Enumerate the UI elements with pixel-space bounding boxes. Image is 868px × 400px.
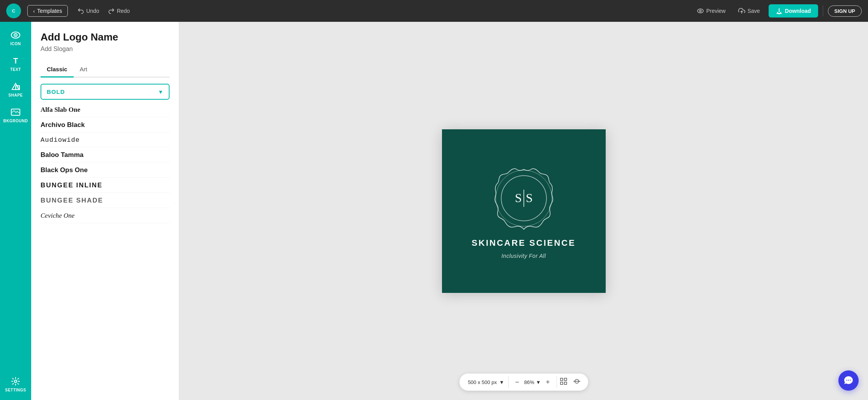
sidebar-item-bkground[interactable]: BKGROUND <box>2 103 29 127</box>
align-icon <box>573 378 580 385</box>
signup-label: SIGN UP <box>834 8 855 14</box>
sidebar-text-label: TEXT <box>10 67 21 72</box>
save-label: Save <box>748 8 760 14</box>
settings-sidebar-icon <box>10 376 21 387</box>
download-button[interactable]: Download <box>769 4 818 18</box>
align-button[interactable] <box>570 376 583 388</box>
undo-redo-actions: Undo Redo <box>74 5 133 17</box>
svg-rect-19 <box>564 378 567 381</box>
font-list: Alfa Slab One Archivo Black Audiowide Ba… <box>31 103 179 223</box>
font-item-bungee-inline[interactable]: BUNGEE INLINE <box>41 178 170 193</box>
shape-sidebar-icon <box>10 81 21 92</box>
sidebar-icon-label: ICON <box>11 42 21 46</box>
svg-text:S: S <box>515 191 522 205</box>
sidebar-item-icon[interactable]: ICON <box>2 26 29 50</box>
font-item-archivo-black[interactable]: Archivo Black <box>41 118 170 132</box>
templates-label: Templates <box>37 8 62 14</box>
panel: Add Logo Name Add Slogan Classic Art BOL… <box>31 22 179 400</box>
logo-canvas[interactable]: S S SKINCARE SCIENCE Inclusivity For All <box>442 129 606 293</box>
brand-name[interactable]: SKINCARE SCIENCE <box>472 238 576 248</box>
undo-button[interactable]: Undo <box>74 5 102 17</box>
undo-icon <box>77 7 84 14</box>
svg-point-26 <box>850 380 850 381</box>
cloud-upload-icon <box>738 7 745 14</box>
brand-slogan[interactable]: Inclusivity For All <box>501 253 546 259</box>
font-item-black-ops-one[interactable]: Black Ops One <box>41 163 170 178</box>
redo-icon <box>108 7 115 14</box>
panel-header: Add Logo Name Add Slogan <box>31 22 179 56</box>
topbar-divider <box>823 5 823 16</box>
topbar-right: Preview Save Download SIGN UP <box>693 4 862 18</box>
panel-subtitle[interactable]: Add Slogan <box>41 46 170 53</box>
zoom-controls: − 86% ▼ + <box>508 376 557 388</box>
chat-icon <box>843 375 854 386</box>
font-style-label: BOLD <box>47 88 65 95</box>
svg-text:T: T <box>13 56 18 65</box>
sidebar-item-settings[interactable]: SETTINGS <box>2 372 29 396</box>
font-item-baloo-tamma[interactable]: Baloo Tamma <box>41 148 170 162</box>
download-icon <box>776 7 783 14</box>
chevron-down-icon: ▼ <box>158 89 163 95</box>
bottom-toolbar: 500 x 500 px ▼ − 86% ▼ + <box>459 374 588 391</box>
svg-point-2 <box>697 9 703 13</box>
font-item-alfa-slab[interactable]: Alfa Slab One <box>41 103 170 117</box>
panel-title[interactable]: Add Logo Name <box>41 31 170 43</box>
download-label: Download <box>785 8 811 14</box>
sidebar-settings-label: SETTINGS <box>5 388 26 392</box>
font-item-bungee-shade[interactable]: BUNGEE SHADE <box>41 194 170 208</box>
redo-label: Redo <box>117 8 130 14</box>
save-button[interactable]: Save <box>734 5 764 17</box>
chat-button[interactable] <box>838 370 859 391</box>
svg-rect-18 <box>560 378 563 381</box>
font-item-audiowide[interactable]: Audiowide <box>41 133 170 147</box>
font-item-ceviche-one[interactable]: Ceviche One <box>41 209 170 223</box>
sidebar-shape-label: SHAPE <box>9 93 23 97</box>
zoom-out-button[interactable]: − <box>513 377 522 387</box>
sidebar-bkground-label: BKGROUND <box>4 119 28 123</box>
background-sidebar-icon <box>10 107 21 118</box>
logo-emblem: S S <box>489 163 559 233</box>
svg-point-3 <box>700 10 702 12</box>
preview-label: Preview <box>706 8 726 14</box>
chevron-left-icon: ‹ <box>33 8 35 14</box>
svg-point-8 <box>15 35 16 36</box>
size-selector[interactable]: 500 x 500 px ▼ <box>464 378 508 387</box>
size-chevron-icon: ▼ <box>499 379 504 385</box>
eye-sidebar-icon <box>10 30 21 41</box>
icon-sidebar: ICON T TEXT SHAPE BKGROUND <box>0 22 31 400</box>
canvas-area: S S SKINCARE SCIENCE Inclusivity For All… <box>179 22 868 400</box>
grid-button[interactable] <box>557 376 570 388</box>
svg-point-12 <box>14 380 17 382</box>
topbar: C ‹ Templates Undo Redo Preview <box>0 0 868 22</box>
app-logo[interactable]: C <box>6 4 21 18</box>
panel-tabs: Classic Art <box>41 62 170 78</box>
tab-classic[interactable]: Classic <box>41 62 74 78</box>
sidebar-item-text[interactable]: T TEXT <box>2 51 29 76</box>
sidebar-item-shape[interactable]: SHAPE <box>2 77 29 101</box>
undo-label: Undo <box>86 8 99 14</box>
preview-button[interactable]: Preview <box>693 5 730 17</box>
size-label: 500 x 500 px <box>468 379 497 385</box>
svg-point-24 <box>846 380 847 381</box>
signup-button[interactable]: SIGN UP <box>828 5 862 17</box>
zoom-in-button[interactable]: + <box>543 377 553 387</box>
zoom-value[interactable]: 86% ▼ <box>524 379 541 385</box>
grid-icon <box>560 378 567 385</box>
text-sidebar-icon: T <box>10 55 21 66</box>
tab-art[interactable]: Art <box>74 62 94 78</box>
main-layout: ICON T TEXT SHAPE BKGROUND <box>0 22 868 400</box>
svg-rect-10 <box>16 86 19 90</box>
svg-text:S: S <box>526 191 533 205</box>
eye-icon <box>697 7 704 14</box>
svg-rect-21 <box>564 382 567 384</box>
svg-text:C: C <box>12 8 16 13</box>
templates-button[interactable]: ‹ Templates <box>27 5 68 17</box>
svg-point-25 <box>848 380 849 381</box>
font-style-selector[interactable]: BOLD ▼ <box>41 84 170 100</box>
svg-rect-20 <box>560 382 563 384</box>
redo-button[interactable]: Redo <box>105 5 133 17</box>
zoom-chevron-icon: ▼ <box>536 379 541 385</box>
